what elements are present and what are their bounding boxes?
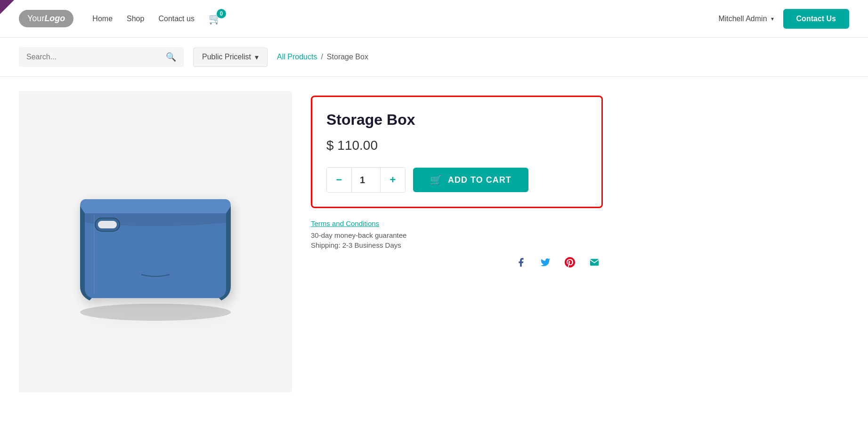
breadcrumb-all-products[interactable]: All Products [277, 53, 317, 61]
storage-box-svg [57, 162, 254, 322]
guarantee-text: 30-day money-back guarantee [311, 231, 849, 239]
terms-and-conditions-link[interactable]: Terms and Conditions [311, 219, 849, 227]
breadcrumb-current: Storage Box [327, 53, 368, 61]
breadcrumb: All Products / Storage Box [277, 53, 368, 61]
cart-badge: 0 [217, 9, 226, 18]
product-details: Storage Box $ 110.00 − + 🛒 ADD TO CART T… [311, 91, 849, 392]
quantity-decrease-button[interactable]: − [327, 168, 351, 192]
logo-container[interactable]: YourLogo [19, 10, 73, 27]
user-name: Mitchell Admin [718, 15, 767, 23]
pricelist-button[interactable]: Public Pricelist ▾ [193, 48, 268, 67]
product-price: $ 110.00 [326, 138, 587, 153]
svg-point-0 [80, 304, 231, 321]
cart-icon-wrapper[interactable]: 🛒 0 [209, 13, 221, 25]
nav-home[interactable]: Home [92, 15, 113, 23]
cart-btn-icon: 🛒 [430, 174, 442, 186]
quantity-input[interactable] [352, 168, 380, 192]
social-row [311, 254, 603, 271]
svg-rect-2 [98, 221, 117, 228]
chevron-down-icon: ▾ [771, 16, 774, 22]
quantity-cart-row: − + 🛒 ADD TO CART [326, 167, 587, 193]
product-image [52, 152, 259, 331]
highlight-box: Storage Box $ 110.00 − + 🛒 ADD TO CART [311, 96, 603, 208]
nav-links: Home Shop Contact us 🛒 0 [92, 13, 718, 25]
main-content: Storage Box $ 110.00 − + 🛒 ADD TO CART T… [0, 77, 868, 406]
pricelist-chevron-icon: ▾ [255, 53, 259, 62]
email-icon[interactable] [586, 254, 603, 271]
breadcrumb-separator: / [321, 53, 323, 61]
user-menu[interactable]: Mitchell Admin ▾ [718, 15, 773, 23]
pinterest-icon[interactable] [561, 254, 578, 271]
search-input-wrapper: 🔍 [19, 47, 184, 67]
nav-contact-us[interactable]: Contact us [158, 15, 194, 23]
quantity-increase-button[interactable]: + [381, 168, 405, 192]
header: YourLogo Home Shop Contact us 🛒 0 Mitche… [0, 0, 868, 38]
contact-us-button[interactable]: Contact Us [783, 9, 849, 29]
add-to-cart-label: ADD TO CART [448, 175, 511, 185]
shipping-text: Shipping: 2-3 Business Days [311, 241, 849, 249]
search-bar-area: 🔍 Public Pricelist ▾ All Products / Stor… [0, 38, 868, 77]
add-to-cart-button[interactable]: 🛒 ADD TO CART [413, 168, 528, 192]
facebook-icon[interactable] [512, 254, 529, 271]
product-image-container [19, 91, 292, 392]
search-input[interactable] [26, 53, 161, 61]
pricelist-label: Public Pricelist [202, 53, 251, 61]
nav-shop[interactable]: Shop [127, 15, 144, 23]
logo[interactable]: YourLogo [19, 10, 73, 27]
twitter-icon[interactable] [537, 254, 554, 271]
header-accent [0, 0, 14, 14]
quantity-control: − + [326, 167, 406, 193]
product-name: Storage Box [326, 111, 587, 129]
search-icon: 🔍 [166, 52, 176, 62]
header-right: Mitchell Admin ▾ Contact Us [718, 9, 849, 29]
